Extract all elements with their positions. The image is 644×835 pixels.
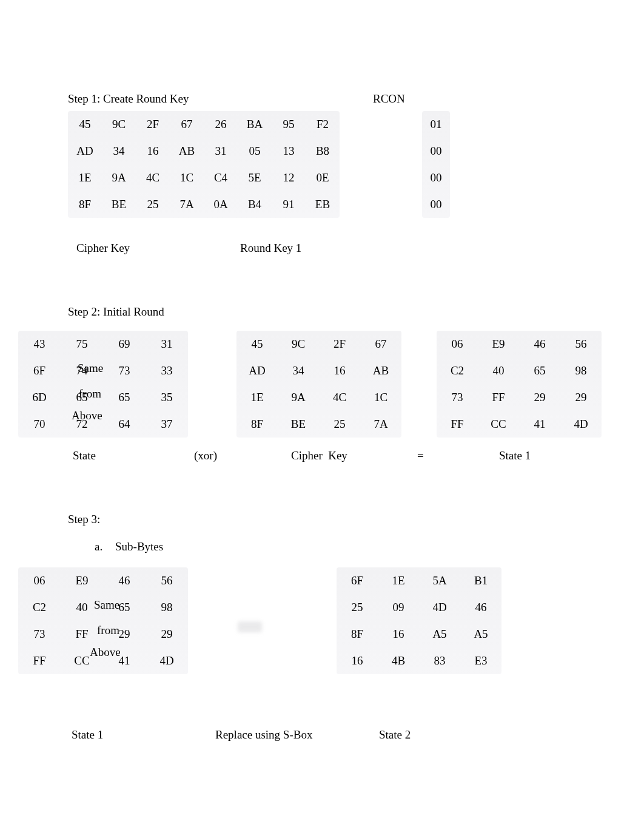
cell: FF [478,384,519,411]
cell: 1E [68,164,102,191]
cipher-key-matrix: 459C2F67AD3416AB1E9A4C1C8FBE257A [236,331,401,438]
cell: 65 [103,384,146,411]
cell: 2F [319,331,360,357]
cell: 8F [236,411,278,438]
cell: 37 [146,411,188,438]
cell: 64 [103,411,146,438]
cell: 1C [360,384,401,411]
cell: 9C [102,111,136,138]
cell: FF [61,621,103,647]
cell: 7A [360,411,401,438]
cell: 6D [18,384,61,411]
cell: F2 [306,111,340,138]
step3-title: Step 3: [68,513,100,526]
replace-label: Replace using S-Box [215,728,312,742]
cell: 25 [136,191,170,218]
cell: 4D [419,594,460,621]
cell: C4 [204,164,238,191]
cell: 65 [103,594,146,621]
cell: 74 [61,357,103,384]
cell: 31 [204,138,238,164]
cell: 25 [319,411,360,438]
cell: 35 [146,384,188,411]
cell: 70 [18,411,61,438]
cell: BE [278,411,319,438]
cell: 9C [278,331,319,357]
cell: CC [61,647,103,674]
cell: AB [360,357,401,384]
cell: AB [170,138,204,164]
cell: 72 [61,411,103,438]
cell: 4D [146,647,188,674]
cell: 1E [236,384,278,411]
eq-op: = [417,449,424,462]
cell: 41 [519,411,560,438]
cell: 12 [272,164,306,191]
step3-sub-a: a. [95,540,102,553]
cell: 98 [560,357,602,384]
cell: 4D [560,411,602,438]
cell: 5A [419,567,460,594]
cell: 4C [136,164,170,191]
cell: 9A [278,384,319,411]
arrow-placeholder [238,621,262,632]
xor-op: (xor) [194,449,217,462]
cell: 98 [146,594,188,621]
cell: CC [478,411,519,438]
cell: E9 [478,331,519,357]
cell: 4C [319,384,360,411]
cell: 29 [560,384,602,411]
cell: B8 [306,138,340,164]
cell: 01 [422,111,450,138]
rcon-matrix: 01000000 [422,111,450,218]
cell: 75 [61,331,103,357]
state1-matrix: 06E94656C240659873FF2929FFCC414D [437,331,602,438]
cell: AD [68,138,102,164]
cell: 45 [68,111,102,138]
cell: B4 [238,191,272,218]
cell: 83 [419,647,460,674]
cell: 65 [61,384,103,411]
state1-label-2: State 1 [72,728,103,742]
state2-label: State 2 [379,728,411,742]
cell: 26 [204,111,238,138]
cell: 56 [560,331,602,357]
cell: 9A [102,164,136,191]
cell: FF [437,411,478,438]
state2-matrix: 6F1E5AB125094D468F16A5A5164B83E3 [337,567,501,674]
cell: 46 [103,567,146,594]
cell: 2F [136,111,170,138]
cell: C2 [18,594,61,621]
cell: E3 [460,647,501,674]
cell: C2 [437,357,478,384]
cell: 67 [170,111,204,138]
round-key-label: Round Key 1 [240,242,301,255]
cell: 5E [238,164,272,191]
cell: 09 [378,594,419,621]
cell: 65 [519,357,560,384]
cell: 73 [103,357,146,384]
cell: 40 [61,594,103,621]
cell: E9 [61,567,103,594]
cipher-key-label: Cipher Key [76,242,130,255]
cell: 34 [278,357,319,384]
cell: 46 [460,594,501,621]
cell: 33 [146,357,188,384]
step1-title: Step 1: Create Round Key [68,92,189,106]
cell: 16 [378,621,419,647]
cell: 06 [18,567,61,594]
cell: BA [238,111,272,138]
state1-label: State 1 [499,449,531,462]
cell: 29 [146,621,188,647]
cell: 69 [103,331,146,357]
cell: 6F [18,357,61,384]
cell: 67 [360,331,401,357]
cell: 1C [170,164,204,191]
cell: AD [236,357,278,384]
cell: 40 [478,357,519,384]
cell: 73 [437,384,478,411]
cell: 16 [337,647,378,674]
cell: 05 [238,138,272,164]
cell: A5 [460,621,501,647]
cell: 0A [204,191,238,218]
